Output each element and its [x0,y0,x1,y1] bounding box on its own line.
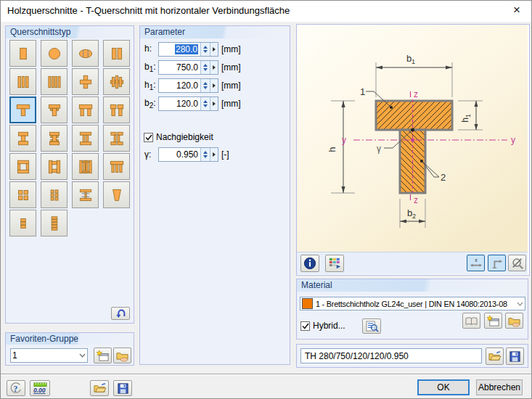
section-type-button-selected[interactable] [9,96,36,123]
b1-spinner[interactable] [200,61,210,74]
field-label: h [144,80,150,90]
section-type-button[interactable] [9,40,36,67]
section-type-button[interactable] [41,210,67,236]
hybrid-row: Hybrid... [300,321,345,331]
section-type-button[interactable] [103,181,130,208]
svg-text:?: ? [13,384,17,394]
field-label: h [144,44,150,54]
section-type-button[interactable] [103,153,130,180]
arrow-right-icon [213,102,216,106]
manage-favorites-button[interactable] [113,347,131,363]
u-section-split-icon [107,101,126,120]
decimal-places-button[interactable]: 0.00 [30,380,50,396]
h1-spinner[interactable] [200,79,210,92]
section-type-button[interactable] [41,153,67,180]
section-type-button[interactable] [41,96,67,123]
favorites-group-value: 1 [12,350,17,361]
info-button[interactable] [300,255,319,272]
open-folder-icon [488,350,502,363]
save-disk-icon [508,350,522,363]
favorites-group-select[interactable]: 1 [10,348,88,363]
save-dialog-settings-button[interactable] [113,380,132,396]
material-select[interactable]: 1 - Brettschichtholz GL24c_user | DIN EN… [300,297,525,310]
h-input[interactable]: 280.0 [159,43,200,56]
v-section-icon [107,186,126,205]
section-preview-drawing: b1 h h1 b2 [297,25,528,252]
material-details-button[interactable] [362,318,381,334]
help-button[interactable]: ? [7,380,25,396]
section-type-button[interactable] [72,125,99,152]
section-type-button[interactable] [103,96,130,123]
b2-options-button[interactable] [210,97,218,110]
gamma-spinner[interactable] [200,148,210,161]
field-label: b [144,98,150,108]
section-type-button[interactable] [41,125,67,152]
arrow-right-icon [213,65,216,70]
ok-button[interactable]: OK [417,379,470,395]
h1-options-button[interactable] [210,79,218,92]
section-type-button[interactable] [41,68,67,95]
section-type-button[interactable] [103,68,130,95]
nachgiebigkeit-checkbox[interactable] [144,133,153,142]
parameter-row-b1: b1: 750.0 [mm] [140,61,291,74]
spin-up-icon [203,151,208,154]
spin-down-icon [203,86,208,89]
section-name-input[interactable]: TH 280/750/120/120/0.950 [300,348,482,363]
new-item-star-icon [486,315,500,327]
b2-input[interactable]: 120.0 [159,97,200,110]
undo-button[interactable] [111,307,130,320]
save-section-button[interactable] [506,347,524,365]
h-options-button[interactable] [210,43,218,56]
magnifier-lines-icon [365,320,379,332]
gamma-value: 0.950 [176,149,198,160]
load-section-button[interactable] [486,347,504,365]
section-type-button[interactable] [72,40,99,67]
section-name-panel: TH 280/750/120/120/0.950 [296,344,528,368]
box-multi-vertical-section-icon [76,157,95,176]
color-scale-button[interactable] [325,255,344,272]
section-type-button[interactable] [9,153,36,180]
hybrid-checkbox[interactable] [300,321,310,331]
axis-y-left-label: y [342,135,346,145]
close-icon[interactable]: × [506,1,528,19]
h1-input[interactable]: 120.0 [159,79,200,92]
gamma-unit: [-] [221,149,229,160]
gamma-input[interactable]: 0.950 [159,148,200,161]
section-type-button[interactable] [41,181,67,208]
section-type-button[interactable] [72,181,99,208]
nachgiebigkeit-label: Nachgiebigkeit [156,132,213,142]
section-type-button[interactable] [9,210,36,236]
section-type-button[interactable] [41,40,67,67]
plus-multi-plank-section-icon [107,73,126,91]
section-type-button[interactable] [72,96,99,123]
section-type-button[interactable] [72,153,99,180]
chevron-down-icon [517,302,523,306]
dimension-x-toggle[interactable]: x [467,255,485,271]
section-type-panel-title: Querschnittstyp [6,26,134,38]
section-type-button[interactable] [103,125,130,152]
b1-options-button[interactable] [210,61,218,74]
b1-input[interactable]: 750.0 [159,61,200,74]
checkmark-icon [145,134,152,141]
section-type-button[interactable] [103,40,130,67]
section-type-button[interactable] [9,68,36,95]
section-preview-panel: b1 h h1 b2 [296,24,530,276]
b2-spinner[interactable] [200,97,210,110]
edit-material-button[interactable] [505,313,523,329]
section-type-button[interactable] [9,125,36,152]
dimension-axes-toggle[interactable] [488,255,506,271]
spin-down-icon [203,104,208,107]
bottom-separator [0,374,532,375]
new-favorites-group-button[interactable] [94,347,112,363]
open-dialog-settings-button[interactable] [90,380,109,396]
cancel-button[interactable]: Abbrechen [476,379,523,395]
six-block-section-icon [45,186,64,205]
zoom-disabled-button[interactable] [508,255,526,271]
h-spinner[interactable] [200,43,210,56]
section-type-button[interactable] [9,181,36,208]
gamma-options-button[interactable] [210,148,218,161]
material-library-button[interactable] [462,313,480,329]
elbow-arrow-icon [491,257,504,270]
section-type-button[interactable] [72,68,99,95]
new-material-button[interactable] [484,313,502,329]
